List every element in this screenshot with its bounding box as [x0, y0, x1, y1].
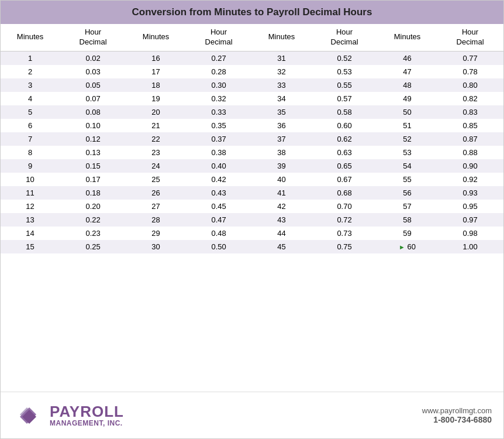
table-cell: 58 [378, 213, 437, 227]
table-row: 100.17250.42400.67550.92 [1, 173, 503, 186]
table-cell: 0.83 [437, 105, 503, 119]
table-cell: 0.43 [185, 186, 252, 200]
table-cell: 49 [378, 92, 437, 105]
table-cell: 28 [126, 213, 185, 227]
page-title: Conversion from Minutes to Payroll Decim… [1, 1, 503, 24]
table-cell: 14 [1, 227, 60, 240]
phone-text: 1-800-734-6880 [422, 415, 492, 424]
table-row: 60.10210.35360.60510.85 [1, 119, 503, 132]
table-cell: 25 [126, 173, 185, 186]
table-cell: 21 [126, 119, 185, 132]
table-cell: 24 [126, 159, 185, 173]
table-cell: 54 [378, 159, 437, 173]
table-cell: 1 [1, 51, 60, 65]
table-cell: 0.77 [437, 51, 503, 65]
table-cell: 31 [252, 51, 311, 65]
table-header-row: Minutes HourDecimal Minutes HourDecimal … [1, 24, 503, 51]
table-cell: 18 [126, 78, 185, 92]
table-cell: 0.20 [60, 200, 126, 213]
table-cell: 0.72 [311, 213, 378, 227]
page-wrapper: Conversion from Minutes to Payroll Decim… [0, 0, 504, 439]
table-cell: 41 [252, 186, 311, 200]
table-cell: 29 [126, 227, 185, 240]
table-cell: 0.33 [185, 105, 252, 119]
table-cell: 48 [378, 78, 437, 92]
table-cell: 0.87 [437, 132, 503, 146]
conversion-table: Minutes HourDecimal Minutes HourDecimal … [1, 24, 503, 253]
table-row: 90.15240.40390.65540.90 [1, 159, 503, 173]
table-cell: 3 [1, 78, 60, 92]
table-cell: 44 [252, 227, 311, 240]
table-cell: 59 [378, 227, 437, 240]
table-cell: 0.80 [437, 78, 503, 92]
table-cell: 0.22 [60, 213, 126, 227]
table-cell: 12 [1, 200, 60, 213]
table-cell: 10 [1, 173, 60, 186]
table-cell: 13 [1, 213, 60, 227]
logo-diamond-icon [12, 400, 44, 431]
table-cell: 27 [126, 200, 185, 213]
table-cell: 35 [252, 105, 311, 119]
table-row: 20.03170.28320.53470.78 [1, 65, 503, 78]
table-cell: 0.35 [185, 119, 252, 132]
table-cell: 22 [126, 132, 185, 146]
table-cell: 0.48 [185, 227, 252, 240]
table-cell: 38 [252, 146, 311, 159]
table-cell: 0.92 [437, 173, 503, 186]
table-cell: 11 [1, 186, 60, 200]
table-cell: ► 60 [378, 240, 437, 253]
table-cell: 52 [378, 132, 437, 146]
table-cell: 0.67 [311, 173, 378, 186]
table-cell: 0.25 [60, 240, 126, 253]
table-cell: 0.10 [60, 119, 126, 132]
table-cell: 39 [252, 159, 311, 173]
table-cell: 0.68 [311, 186, 378, 200]
col-header-dec4: HourDecimal [437, 24, 503, 51]
table-cell: 0.15 [60, 159, 126, 173]
table-cell: 51 [378, 119, 437, 132]
table-cell: 53 [378, 146, 437, 159]
table-cell: 0.07 [60, 92, 126, 105]
table-cell: 43 [252, 213, 311, 227]
table-cell: 0.03 [60, 65, 126, 78]
table-cell: 0.90 [437, 159, 503, 173]
table-cell: 8 [1, 146, 60, 159]
table-cell: 0.27 [185, 51, 252, 65]
col-header-dec2: HourDecimal [185, 24, 252, 51]
table-cell: 0.85 [437, 119, 503, 132]
table-cell: 5 [1, 105, 60, 119]
table-cell: 17 [126, 65, 185, 78]
table-cell: 7 [1, 132, 60, 146]
table-cell: 0.30 [185, 78, 252, 92]
table-cell: 42 [252, 200, 311, 213]
table-cell: 0.57 [311, 92, 378, 105]
table-cell: 0.97 [437, 213, 503, 227]
table-cell: 16 [126, 51, 185, 65]
table-cell: 0.47 [185, 213, 252, 227]
table-cell: 0.13 [60, 146, 126, 159]
col-header-min2: Minutes [126, 24, 185, 51]
table-cell: 0.37 [185, 132, 252, 146]
col-header-dec3: HourDecimal [311, 24, 378, 51]
table-cell: 0.42 [185, 173, 252, 186]
table-cell: 0.18 [60, 186, 126, 200]
table-cell: 0.08 [60, 105, 126, 119]
table-cell: 34 [252, 92, 311, 105]
table-cell: 0.40 [185, 159, 252, 173]
contact-info: www.payrollmgt.com 1-800-734-6880 [422, 406, 492, 424]
table-cell: 55 [378, 173, 437, 186]
table-cell: 46 [378, 51, 437, 65]
table-cell: 0.78 [437, 65, 503, 78]
table-body: 10.02160.27310.52460.7720.03170.28320.53… [1, 51, 503, 253]
table-cell: 47 [378, 65, 437, 78]
table-cell: 0.38 [185, 146, 252, 159]
table-cell: 32 [252, 65, 311, 78]
table-cell: 33 [252, 78, 311, 92]
col-header-min1: Minutes [1, 24, 60, 51]
table-row: 150.25300.50450.75► 601.00 [1, 240, 503, 253]
logo-management-text: MANAGEMENT, INC. [50, 419, 124, 427]
website-text: www.payrollmgt.com [422, 406, 492, 415]
table-cell: 36 [252, 119, 311, 132]
table-cell: 20 [126, 105, 185, 119]
table-cell: 2 [1, 65, 60, 78]
